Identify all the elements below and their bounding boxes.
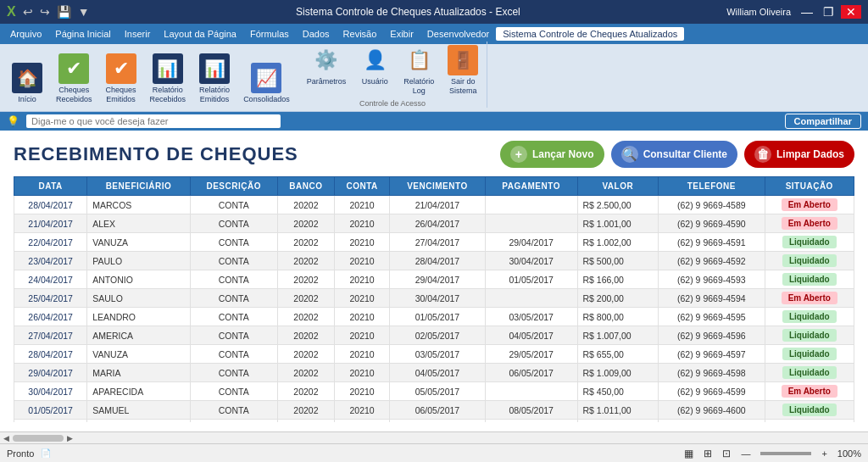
table-cell: 03/05/2017 — [390, 345, 486, 364]
menu-sistema-controle[interactable]: Sistema Controle de Cheques Atualizados — [496, 27, 684, 41]
table-row[interactable]: 28/04/2017VANUZACONTA202022021003/05/201… — [14, 345, 854, 364]
table-cell: 20210 — [335, 270, 390, 289]
menu-formulas[interactable]: Fórmulas — [243, 27, 296, 41]
table-cell: SAMUEL — [87, 401, 190, 420]
table-cell: 21/04/2017 — [14, 214, 87, 233]
status-bar-left: Pronto 📄 — [7, 448, 51, 459]
window-controls: — ❐ ✕ — [798, 5, 861, 19]
launch-new-button[interactable]: + Lançar Novo — [500, 141, 604, 168]
table-row[interactable]: 29/04/2017MARIACONTA202022021004/05/2017… — [14, 364, 854, 382]
trash-icon: 🗑 — [754, 146, 771, 163]
table-cell: 26/04/2017 — [390, 214, 486, 233]
menu-arquivo[interactable]: Arquivo — [3, 27, 48, 41]
table-cell: (62) 9 9669-4600 — [659, 401, 765, 420]
view-layout-icon[interactable]: ⊞ — [704, 448, 712, 459]
save-icon[interactable]: 💾 — [57, 5, 71, 19]
table-cell: PAULO — [87, 252, 190, 270]
redo-icon[interactable]: ↪ — [40, 5, 50, 19]
table-cell: 20210 — [335, 289, 390, 308]
table-cell: Em Aberto — [765, 289, 854, 308]
zoom-in-button[interactable]: + — [821, 448, 826, 459]
table-cell: 29/04/2017 — [390, 270, 486, 289]
consult-client-button[interactable]: 🔍 Consultar Cliente — [611, 141, 737, 168]
table-cell: (62) 9 9669-4590 — [659, 214, 765, 233]
ribbon-btn-cheques-emitidos[interactable]: ✔ ChequesEmitidos — [101, 50, 142, 108]
table-cell: 29/04/2017 — [485, 233, 577, 252]
table-row[interactable]: 30/04/2017APARECIDACONTA202022021005/05/… — [14, 382, 854, 401]
table-row[interactable]: 22/04/2017VANUZACONTA202022021027/04/201… — [14, 233, 854, 252]
table-cell — [485, 214, 577, 233]
scroll-thumb[interactable] — [13, 435, 64, 442]
table-cell: 20210 — [335, 326, 390, 345]
table-cell: 22/04/2017 — [14, 233, 87, 252]
table-cell: (62) 9 9669-4594 — [659, 289, 765, 308]
menu-inserir[interactable]: Inserir — [118, 27, 158, 41]
table-cell: 20202 — [277, 382, 334, 401]
table-row[interactable]: 02/05/2017MARCIELCONTA202022021007/05/20… — [14, 420, 854, 423]
table-cell: (62) 9 9669-4599 — [659, 382, 765, 401]
ribbon-btn-usuario[interactable]: 👤 Usuário — [354, 42, 395, 99]
lightbulb-icon: 💡 — [7, 115, 19, 127]
menu-layout[interactable]: Layout da Página — [157, 27, 243, 41]
relatorio-emitidos-icon: 📊 — [199, 53, 230, 84]
table-cell: R$ 200,00 — [577, 289, 659, 308]
table-cell: CONTA — [190, 289, 277, 308]
table-cell: R$ 1.011,00 — [577, 401, 659, 420]
table-cell: MARCIEL — [87, 420, 190, 423]
table-row[interactable]: 27/04/2017AMERICACONTA202022021002/05/20… — [14, 326, 854, 345]
table-cell: 20202 — [277, 401, 334, 420]
view-normal-icon[interactable]: ▦ — [684, 448, 693, 459]
table-cell — [485, 196, 577, 214]
plus-icon: + — [510, 146, 527, 163]
table-cell: (62) 9 9669-4593 — [659, 270, 765, 289]
minimize-button[interactable]: — — [798, 5, 816, 19]
maximize-button[interactable]: ❐ — [820, 5, 837, 19]
col-valor: VALOR — [577, 177, 659, 196]
quick-access-icon[interactable]: ▼ — [78, 5, 90, 19]
table-row[interactable]: 25/04/2017SAULOCONTA202022021030/04/2017… — [14, 289, 854, 308]
table-row[interactable]: 28/04/2017MARCOSCONTA202022021021/04/201… — [14, 196, 854, 214]
view-preview-icon[interactable]: ⊡ — [722, 448, 731, 459]
ribbon-btn-relatorio-log[interactable]: 📋 RelatórioLog — [398, 42, 439, 99]
ribbon-btn-sair[interactable]: 🚪 Sair doSistema — [442, 42, 483, 99]
table-cell: (62) 9 9669-4597 — [659, 345, 765, 364]
search-input[interactable] — [26, 114, 281, 128]
table-cell: ANTONIO — [87, 270, 190, 289]
table-cell: CONTA — [190, 326, 277, 345]
table-row[interactable]: 23/04/2017PAULOCONTA202022021028/04/2017… — [14, 252, 854, 270]
menu-revisao[interactable]: Revisão — [337, 27, 384, 41]
close-button[interactable]: ✕ — [841, 5, 861, 19]
ribbon-btn-cheques-recebidos[interactable]: ✔ ChequesRecebidos — [51, 50, 97, 108]
table-row[interactable]: 01/05/2017SAMUELCONTA202022021006/05/201… — [14, 401, 854, 420]
table-row[interactable]: 26/04/2017LEANDROCONTA202022021001/05/20… — [14, 308, 854, 326]
consolidados-icon: 📈 — [251, 63, 281, 93]
menu-exibir[interactable]: Exibir — [383, 27, 420, 41]
table-row[interactable]: 21/04/2017ALEXCONTA202022021026/04/2017R… — [14, 214, 854, 233]
clear-data-button[interactable]: 🗑 Limpar Dados — [744, 141, 854, 168]
horizontal-scrollbar[interactable]: ◀ ▶ — [0, 431, 868, 443]
scroll-left-arrow[interactable]: ◀ — [3, 434, 9, 443]
status-badge: Liquidado — [782, 329, 837, 342]
table-cell: 20210 — [335, 420, 390, 423]
zoom-out-button[interactable]: — — [741, 448, 750, 459]
ribbon-btn-relatorio-recebidos[interactable]: 📊 RelatórioRecebidos — [145, 50, 192, 108]
table-cell: Liquidado — [765, 420, 854, 423]
ribbon-btn-parametros[interactable]: ⚙️ Parâmetros — [302, 42, 352, 99]
ribbon-btn-inicio[interactable]: 🏠 Início — [7, 59, 47, 108]
zoom-slider[interactable] — [760, 452, 811, 455]
scroll-right-arrow[interactable]: ▶ — [67, 434, 73, 443]
ribbon-btn-consolidados[interactable]: 📈 Consolidados — [238, 59, 295, 108]
undo-icon[interactable]: ↩ — [23, 5, 33, 19]
title-bar-left: X ↩ ↪ 💾 ▼ — [7, 4, 90, 19]
table-cell: VANUZA — [87, 345, 190, 364]
menu-dados[interactable]: Dados — [296, 27, 337, 41]
ribbon-btn-relatorio-emitidos[interactable]: 📊 RelatórioEmitidos — [194, 50, 235, 108]
table-row[interactable]: 24/04/2017ANTONIOCONTA202022021029/04/20… — [14, 270, 854, 289]
table-cell: Liquidado — [765, 233, 854, 252]
table-container: DATA BENEFICIÁRIO DESCRIÇÃO BANCO CONTA … — [14, 176, 854, 422]
table-cell: Liquidado — [765, 252, 854, 270]
table-cell: 20202 — [277, 252, 334, 270]
menu-pagina-inicial[interactable]: Página Inicial — [48, 27, 117, 41]
share-button[interactable]: Compartilhar — [785, 114, 861, 129]
menu-desenvolvedor[interactable]: Desenvolvedor — [420, 27, 496, 41]
